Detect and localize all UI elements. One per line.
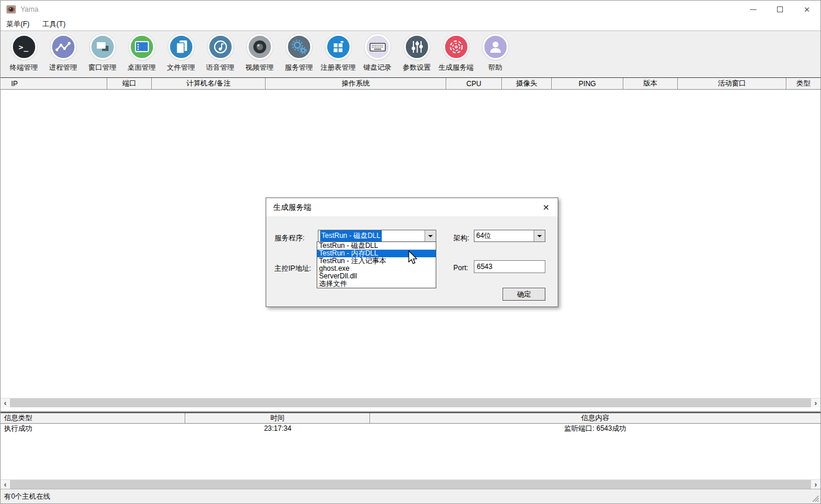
scroll-thumb[interactable]	[10, 480, 811, 489]
menu-item-tools[interactable]: 工具(T)	[36, 18, 72, 32]
arch-combobox[interactable]: 64位	[474, 230, 545, 242]
desktop-icon	[129, 34, 155, 60]
window-controls: ✕	[739, 1, 820, 18]
scroll-right-button[interactable]: ›	[811, 399, 820, 407]
scroll-right-button[interactable]: ›	[811, 480, 820, 489]
maximize-icon	[777, 6, 783, 12]
arch-value: 64位	[474, 231, 534, 241]
column-header-os[interactable]: 操作系统	[266, 78, 446, 89]
toolbar-item-audio[interactable]: 语音管理	[201, 34, 240, 73]
arch-label: 架构:	[453, 233, 469, 243]
column-header-active-window[interactable]: 活动窗口	[678, 78, 786, 89]
close-button[interactable]: ✕	[793, 1, 820, 18]
chevron-down-icon	[537, 235, 542, 237]
column-header-time[interactable]: 时间	[185, 413, 370, 423]
log-list-hscrollbar: ‹ ›	[1, 479, 820, 489]
keyboard-icon	[365, 34, 391, 60]
scroll-right-icon: ›	[815, 480, 817, 489]
log-cell-time: 23:17:34	[185, 424, 370, 433]
column-header-camera[interactable]: 摄像头	[502, 78, 552, 89]
terminal-icon: >_	[11, 34, 37, 60]
close-icon: ✕	[804, 5, 810, 14]
registry-icon	[325, 34, 351, 60]
service-program-value: TestRun - 磁盘DLL	[318, 230, 425, 241]
build-server-icon	[443, 34, 469, 60]
scroll-left-button[interactable]: ‹	[1, 480, 10, 489]
toolbar: >_ 终端管理 进程管理 窗口管理 桌面管理 文件管理	[1, 31, 820, 77]
toolbar-item-desktop[interactable]: 桌面管理	[122, 34, 161, 73]
log-cell-type: 执行成功	[1, 424, 185, 433]
mouse-cursor	[406, 250, 418, 267]
column-header-ip[interactable]: IP	[1, 78, 107, 89]
log-row[interactable]: 执行成功 23:17:34 监听端口: 6543成功	[1, 424, 820, 433]
host-list-hscrollbar: ‹ ›	[1, 398, 820, 407]
scroll-left-icon: ‹	[4, 480, 6, 489]
column-header-computer[interactable]: 计算机名/备注	[152, 78, 266, 89]
log-table-header: 信息类型 时间 信息内容	[1, 413, 820, 424]
dropdown-item[interactable]: ServerDll.dll	[317, 273, 436, 280]
column-header-version[interactable]: 版本	[623, 78, 678, 89]
column-header-type[interactable]: 类型	[786, 78, 820, 89]
port-label: Port:	[453, 264, 468, 272]
toolbar-item-terminal[interactable]: >_ 终端管理	[4, 34, 43, 73]
ok-button[interactable]: 确定	[503, 288, 545, 301]
column-header-cpu[interactable]: CPU	[446, 78, 502, 89]
maximize-button[interactable]	[766, 1, 793, 18]
master-ip-label: 主控IP地址:	[274, 264, 311, 274]
minimize-button[interactable]	[739, 1, 766, 18]
status-text: 有0个主机在线	[4, 492, 50, 502]
toolbar-item-build-server[interactable]: 生成服务端	[436, 34, 476, 73]
resize-grip-icon[interactable]	[812, 495, 819, 502]
scroll-left-icon: ‹	[4, 399, 6, 407]
settings-icon	[404, 34, 430, 60]
panel-splitter[interactable]	[1, 407, 820, 413]
service-program-label: 服务程序:	[274, 233, 304, 243]
status-bar: 有0个主机在线	[1, 489, 820, 503]
dialog-title-bar: 生成服务端 ✕	[266, 198, 558, 216]
column-header-ping[interactable]: PING	[552, 78, 623, 89]
combo-dropdown-button[interactable]	[425, 230, 436, 241]
dialog-close-button[interactable]: ✕	[534, 198, 558, 216]
toolbar-item-process[interactable]: 进程管理	[43, 34, 83, 73]
files-icon	[168, 34, 194, 60]
toolbar-item-files[interactable]: 文件管理	[161, 34, 201, 73]
help-icon	[483, 34, 508, 60]
app-window: Yama ✕ 菜单(F) 工具(T) >_ 终端管理 进程管理 窗口管理	[0, 0, 821, 504]
service-program-dropdown-list: TestRun - 磁盘DLL TestRun - 内存DLL TestRun …	[317, 241, 436, 288]
audio-icon	[208, 34, 233, 60]
column-header-port[interactable]: 端口	[107, 78, 152, 89]
process-icon	[50, 34, 76, 60]
dropdown-item[interactable]: TestRun - 磁盘DLL	[317, 242, 436, 250]
toolbar-item-settings[interactable]: 参数设置	[397, 34, 436, 73]
video-icon	[247, 34, 273, 60]
toolbar-item-window[interactable]: 窗口管理	[83, 34, 122, 73]
service-program-combobox[interactable]: TestRun - 磁盘DLL	[318, 230, 436, 242]
toolbar-item-services[interactable]: 服务管理	[279, 34, 318, 73]
log-list-area: 执行成功 23:17:34 监听端口: 6543成功	[1, 424, 820, 479]
chevron-down-icon	[428, 235, 433, 237]
window-title: Yama	[21, 5, 38, 13]
menu-bar: 菜单(F) 工具(T)	[1, 18, 820, 31]
dialog-title: 生成服务端	[273, 202, 311, 213]
scroll-right-icon: ›	[815, 399, 817, 407]
minimize-icon	[750, 9, 756, 10]
dropdown-item[interactable]: 选择文件	[317, 280, 436, 288]
host-table-header: IP 端口 计算机名/备注 操作系统 CPU 摄像头 PING 版本 活动窗口 …	[1, 77, 820, 90]
port-input[interactable]: 6543	[474, 260, 545, 273]
column-header-info-content[interactable]: 信息内容	[370, 413, 820, 423]
scroll-left-button[interactable]: ‹	[1, 399, 10, 407]
title-bar: Yama ✕	[1, 1, 820, 18]
scroll-thumb[interactable]	[10, 399, 811, 407]
column-header-info-type[interactable]: 信息类型	[1, 413, 185, 423]
toolbar-item-video[interactable]: 视频管理	[240, 34, 279, 73]
close-icon: ✕	[542, 203, 549, 212]
toolbar-item-keylogger[interactable]: 键盘记录	[358, 34, 397, 73]
log-cell-content: 监听端口: 6543成功	[370, 424, 820, 433]
services-icon	[286, 34, 312, 60]
menu-item-menu[interactable]: 菜单(F)	[1, 18, 36, 32]
app-icon	[6, 5, 16, 14]
windows-icon	[90, 34, 116, 60]
toolbar-item-registry[interactable]: 注册表管理	[318, 34, 358, 73]
combo-dropdown-button[interactable]	[534, 230, 545, 241]
toolbar-item-help[interactable]: 帮助	[476, 34, 515, 73]
